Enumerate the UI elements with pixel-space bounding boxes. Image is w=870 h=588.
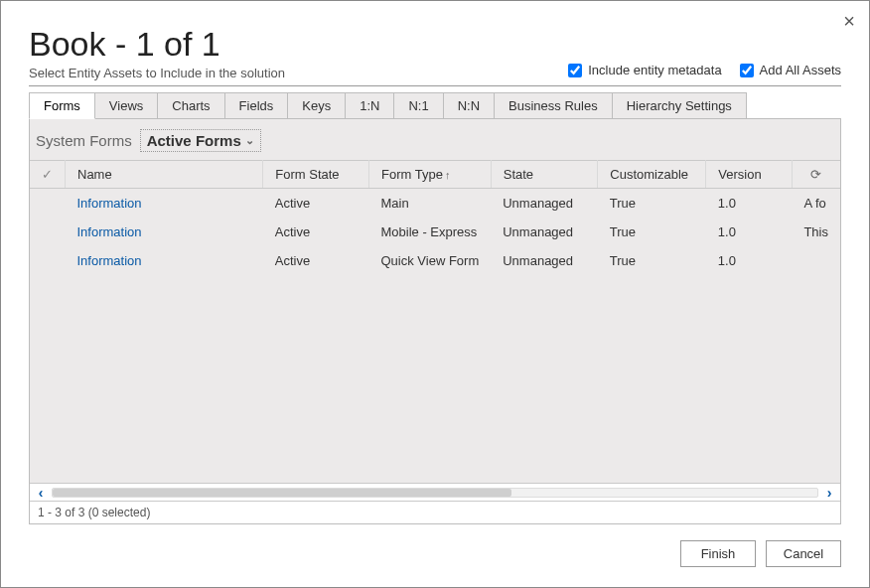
filter-label: System Forms [36,132,132,149]
finish-button[interactable]: Finish [680,540,756,567]
scroll-left-icon[interactable]: ‹ [30,485,52,501]
tab-n-1[interactable]: N:1 [393,92,443,118]
include-metadata-label: Include entity metadata [588,63,721,77]
row-customizable: True [598,189,706,219]
row-desc: This [792,218,840,246]
row-checkbox[interactable] [30,218,66,246]
col-name[interactable]: Name [66,161,263,189]
row-form-type: Mobile - Express [369,218,492,246]
row-state: Unmanaged [491,189,598,219]
table-row[interactable]: InformationActiveMobile - ExpressUnmanag… [30,218,840,246]
tab-fields[interactable]: Fields [224,92,289,118]
forms-table: ✓ Name Form State Form Type↑ State Custo… [30,160,840,275]
cancel-button[interactable]: Cancel [766,540,841,567]
refresh-icon[interactable]: ⟳ [792,161,840,189]
col-form-state[interactable]: Form State [263,161,369,189]
col-customizable[interactable]: Customizable [598,161,706,189]
row-name-link[interactable]: Information [66,189,263,219]
divider [29,85,841,86]
chevron-down-icon: ⌄ [245,134,254,147]
tab-business-rules[interactable]: Business Rules [494,92,613,118]
row-form-state: Active [263,246,369,275]
row-name-link[interactable]: Information [66,246,263,275]
select-all-checkbox[interactable]: ✓ [30,161,66,189]
tab-1-n[interactable]: 1:N [345,92,394,118]
row-customizable: True [598,246,706,275]
row-checkbox[interactable] [30,246,66,275]
row-form-type: Quick View Form [369,246,492,275]
tabs: FormsViewsChartsFieldsKeys1:NN:1N:NBusin… [29,92,841,119]
horizontal-scrollbar[interactable]: ‹ › [30,483,840,501]
page-title: Book - 1 of 1 [29,25,841,64]
row-version: 1.0 [706,246,793,275]
add-all-assets-input[interactable] [740,64,754,77]
row-state: Unmanaged [491,246,598,275]
row-name-link[interactable]: Information [66,218,263,246]
col-form-type[interactable]: Form Type↑ [369,161,492,189]
row-form-type: Main [369,189,492,219]
include-metadata-checkbox[interactable]: Include entity metadata [568,63,721,77]
row-checkbox[interactable] [30,189,66,219]
scroll-right-icon[interactable]: › [818,485,840,501]
tab-forms[interactable]: Forms [29,92,95,119]
tab-n-n[interactable]: N:N [443,92,495,118]
row-state: Unmanaged [491,218,598,246]
scroll-track[interactable] [52,488,818,498]
col-state[interactable]: State [491,161,598,189]
scroll-thumb[interactable] [53,489,511,497]
row-customizable: True [598,218,706,246]
tab-charts[interactable]: Charts [157,92,224,118]
tab-views[interactable]: Views [94,92,158,118]
row-version: 1.0 [706,218,793,246]
add-all-assets-label: Add All Assets [760,63,841,77]
include-metadata-input[interactable] [568,64,582,77]
table-row[interactable]: InformationActiveMainUnmanagedTrue1.0A f… [30,189,840,219]
close-icon[interactable]: × [843,11,855,31]
filter-dropdown[interactable]: Active Forms ⌄ [140,129,261,152]
row-form-state: Active [263,189,369,219]
col-version[interactable]: Version [706,161,793,189]
add-all-assets-checkbox[interactable]: Add All Assets [740,63,841,77]
filter-row: System Forms Active Forms ⌄ [29,119,841,160]
row-form-state: Active [263,218,369,246]
sort-asc-icon: ↑ [445,169,451,181]
row-version: 1.0 [706,189,793,219]
table-row[interactable]: InformationActiveQuick View FormUnmanage… [30,246,840,275]
status-text: 1 - 3 of 3 (0 selected) [30,501,840,523]
row-desc [792,246,840,275]
tab-keys[interactable]: Keys [287,92,346,118]
row-desc: A fo [792,189,840,219]
tab-hierarchy-settings[interactable]: Hierarchy Settings [612,92,747,118]
filter-value: Active Forms [147,132,241,149]
